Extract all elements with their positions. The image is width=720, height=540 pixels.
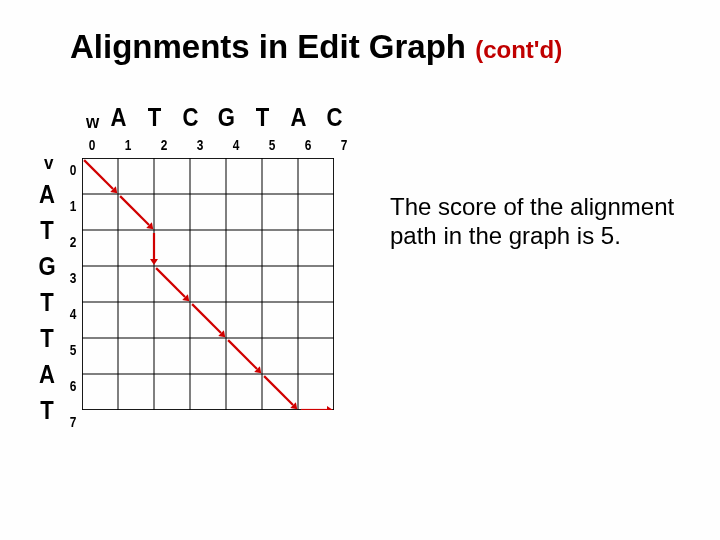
v-index: 2: [65, 224, 80, 260]
w-letter: C: [319, 102, 350, 133]
svg-line-24: [264, 376, 293, 405]
v-index-col: 01234567: [64, 152, 82, 440]
w-letter: G: [211, 102, 242, 133]
w-letter: T: [139, 102, 170, 133]
svg-line-18: [156, 268, 185, 297]
v-index: 7: [65, 404, 80, 440]
w-letter: A: [103, 102, 134, 133]
w-index: 6: [293, 137, 324, 153]
w-index: 5: [257, 137, 288, 153]
axis-v-label: v: [44, 154, 53, 175]
w-sequence-row: ATCGTAC: [100, 102, 352, 133]
grid-container: [82, 158, 334, 410]
v-index: 5: [65, 332, 80, 368]
w-index-row: 01234567: [74, 137, 362, 153]
alignment-arrows: [84, 160, 333, 410]
slide-title: Alignments in Edit Graph (cont'd): [70, 28, 562, 66]
v-letter: T: [37, 212, 57, 248]
description-text: The score of the alignment path in the g…: [390, 192, 680, 251]
v-letter: A: [37, 176, 57, 212]
w-index: 1: [113, 137, 144, 153]
w-index: 7: [329, 137, 360, 153]
w-index: 4: [221, 137, 252, 153]
grid-outer-border: [82, 158, 334, 410]
v-index: 0: [65, 152, 80, 188]
title-main: Alignments in Edit Graph: [70, 28, 466, 65]
grid-svg: [82, 158, 334, 410]
svg-line-12: [84, 160, 113, 189]
v-sequence-col: ATGTTAT: [35, 176, 59, 428]
svg-line-14: [120, 196, 149, 225]
grid-lines: [82, 158, 334, 410]
w-letter: A: [283, 102, 314, 133]
w-index: 3: [185, 137, 216, 153]
w-letter: T: [247, 102, 278, 133]
w-index: 2: [149, 137, 180, 153]
svg-marker-17: [150, 259, 158, 265]
v-letter: T: [37, 284, 57, 320]
v-letter: T: [37, 320, 57, 356]
v-index: 1: [65, 188, 80, 224]
v-index: 6: [65, 368, 80, 404]
v-index: 4: [65, 296, 80, 332]
title-sub: (cont'd): [475, 36, 562, 63]
svg-line-22: [228, 340, 257, 369]
v-index: 3: [65, 260, 80, 296]
w-index: 0: [77, 137, 108, 153]
v-letter: T: [37, 392, 57, 428]
v-letter: G: [37, 248, 57, 284]
axis-w-label: w: [86, 113, 99, 134]
edit-graph-diagram: w v ATCGTAC 01234567 ATGTTAT 01234567: [50, 110, 350, 450]
svg-line-20: [192, 304, 221, 333]
w-letter: C: [175, 102, 206, 133]
v-letter: A: [37, 356, 57, 392]
